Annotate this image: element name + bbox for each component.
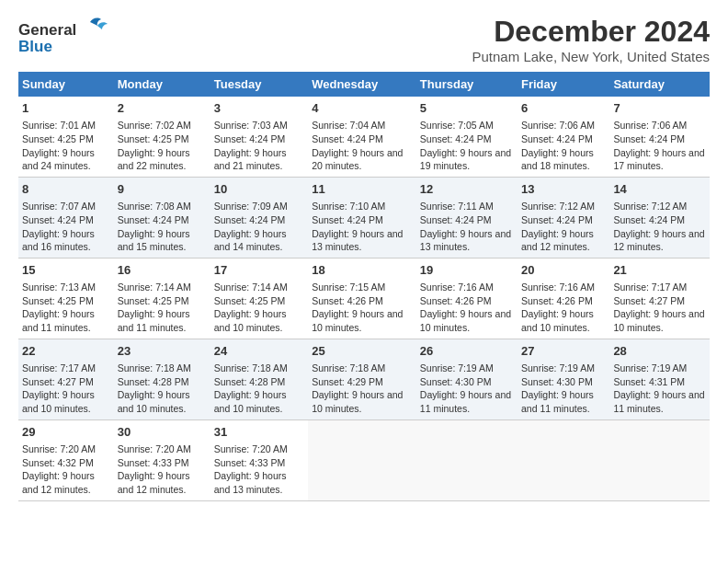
day-number: 27 [521,343,606,360]
empty-cell-w4-d3 [308,419,416,500]
sunset-label: Sunset: 4:26 PM [420,295,492,306]
daylight-label: Daylight: 9 hours and 11 minutes. [613,389,704,414]
day-number: 8 [22,181,110,198]
daylight-label: Daylight: 9 hours and 10 minutes. [312,308,403,333]
svg-text:General: General [18,21,76,39]
week-row-2: 8Sunrise: 7:07 AMSunset: 4:24 PMDaylight… [18,177,710,258]
day-number: 6 [521,100,606,117]
day-number: 5 [420,100,514,117]
day-number: 7 [613,100,706,117]
day-cell-21: 21Sunrise: 7:17 AMSunset: 4:27 PMDayligh… [609,258,710,339]
daylight-label: Daylight: 9 hours and 12 minutes. [118,470,190,495]
sunset-label: Sunset: 4:29 PM [312,376,383,387]
day-cell-28: 28Sunrise: 7:19 AMSunset: 4:31 PMDayligh… [609,339,710,419]
sunrise-label: Sunrise: 7:17 AM [22,362,96,373]
daylight-label: Daylight: 9 hours and 20 minutes. [312,147,403,172]
sunset-label: Sunset: 4:24 PM [420,214,492,225]
day-number: 4 [312,100,413,117]
daylight-label: Daylight: 9 hours and 13 minutes. [312,228,403,253]
sunset-label: Sunset: 4:33 PM [118,457,189,468]
day-number: 12 [420,181,514,198]
daylight-label: Daylight: 9 hours and 21 minutes. [214,147,287,172]
daylight-label: Daylight: 9 hours and 10 minutes. [214,389,287,414]
sunset-label: Sunset: 4:25 PM [118,295,189,306]
day-cell-26: 26Sunrise: 7:19 AMSunset: 4:30 PMDayligh… [416,339,518,419]
sunrise-label: Sunrise: 7:14 AM [214,282,288,293]
day-number: 11 [312,181,413,198]
day-cell-15: 15Sunrise: 7:13 AMSunset: 4:25 PMDayligh… [18,258,114,339]
daylight-label: Daylight: 9 hours and 17 minutes. [613,147,704,172]
day-number: 21 [613,262,706,279]
daylight-label: Daylight: 9 hours and 16 minutes. [22,228,95,253]
day-number: 3 [214,100,304,117]
daylight-label: Daylight: 9 hours and 11 minutes. [521,389,594,414]
sunrise-label: Sunrise: 7:08 AM [118,201,191,212]
sunrise-label: Sunrise: 7:06 AM [613,120,687,131]
sunrise-label: Sunrise: 7:18 AM [118,362,191,373]
col-monday: Monday [114,72,210,97]
day-number: 22 [22,343,110,360]
daylight-label: Daylight: 9 hours and 19 minutes. [420,147,511,172]
day-cell-7: 7Sunrise: 7:06 AMSunset: 4:24 PMDaylight… [609,97,710,177]
sunrise-label: Sunrise: 7:17 AM [613,282,687,293]
sunrise-label: Sunrise: 7:20 AM [214,443,288,454]
day-cell-17: 17Sunrise: 7:14 AMSunset: 4:25 PMDayligh… [210,258,308,339]
sunrise-label: Sunrise: 7:19 AM [420,362,494,373]
page-title: December 2024 [472,15,710,49]
day-cell-19: 19Sunrise: 7:16 AMSunset: 4:26 PMDayligh… [416,258,518,339]
col-sunday: Sunday [18,72,114,97]
week-row-4: 22Sunrise: 7:17 AMSunset: 4:27 PMDayligh… [18,339,710,419]
sunset-label: Sunset: 4:24 PM [521,133,593,144]
day-number: 26 [420,343,514,360]
day-number: 9 [118,181,207,198]
sunset-label: Sunset: 4:27 PM [22,376,94,387]
sunset-label: Sunset: 4:32 PM [22,457,94,468]
empty-cell-w4-d6 [609,419,710,500]
logo-svg: General Blue [18,15,115,61]
sunrise-label: Sunrise: 7:03 AM [214,120,288,131]
day-number: 29 [22,424,110,441]
day-cell-9: 9Sunrise: 7:08 AMSunset: 4:24 PMDaylight… [114,177,210,258]
day-number: 28 [613,343,706,360]
day-number: 31 [214,424,304,441]
day-number: 10 [214,181,304,198]
col-tuesday: Tuesday [210,72,308,97]
sunrise-label: Sunrise: 7:02 AM [118,120,191,131]
page-header: General Blue December 2024 Putnam Lake, … [18,15,710,64]
week-row-3: 15Sunrise: 7:13 AMSunset: 4:25 PMDayligh… [18,258,710,339]
day-number: 23 [118,343,207,360]
daylight-label: Daylight: 9 hours and 13 minutes. [420,228,511,253]
day-cell-8: 8Sunrise: 7:07 AMSunset: 4:24 PMDaylight… [18,177,114,258]
sunset-label: Sunset: 4:24 PM [214,133,286,144]
sunrise-label: Sunrise: 7:15 AM [312,282,385,293]
sunrise-label: Sunrise: 7:18 AM [312,362,385,373]
sunrise-label: Sunrise: 7:11 AM [420,201,494,212]
day-number: 2 [118,100,207,117]
daylight-label: Daylight: 9 hours and 10 minutes. [420,308,511,333]
day-number: 24 [214,343,304,360]
day-cell-13: 13Sunrise: 7:12 AMSunset: 4:24 PMDayligh… [518,177,609,258]
day-number: 18 [312,262,413,279]
sunset-label: Sunset: 4:24 PM [214,214,286,225]
day-cell-14: 14Sunrise: 7:12 AMSunset: 4:24 PMDayligh… [609,177,710,258]
sunset-label: Sunset: 4:24 PM [613,133,685,144]
sunset-label: Sunset: 4:24 PM [420,133,492,144]
sunrise-label: Sunrise: 7:20 AM [22,443,96,454]
week-row-1: 1Sunrise: 7:01 AMSunset: 4:25 PMDaylight… [18,97,710,177]
day-cell-29: 29Sunrise: 7:20 AMSunset: 4:32 PMDayligh… [18,419,114,500]
sunset-label: Sunset: 4:24 PM [118,214,189,225]
sunset-label: Sunset: 4:25 PM [22,295,94,306]
day-cell-10: 10Sunrise: 7:09 AMSunset: 4:24 PMDayligh… [210,177,308,258]
sunset-label: Sunset: 4:33 PM [214,457,286,468]
day-number: 19 [420,262,514,279]
sunset-label: Sunset: 4:25 PM [22,133,94,144]
empty-cell-w4-d5 [518,419,609,500]
sunset-label: Sunset: 4:28 PM [118,376,189,387]
day-cell-1: 1Sunrise: 7:01 AMSunset: 4:25 PMDaylight… [18,97,114,177]
day-cell-12: 12Sunrise: 7:11 AMSunset: 4:24 PMDayligh… [416,177,518,258]
sunrise-label: Sunrise: 7:10 AM [312,201,385,212]
day-number: 20 [521,262,606,279]
day-number: 30 [118,424,207,441]
sunrise-label: Sunrise: 7:07 AM [22,201,96,212]
day-number: 25 [312,343,413,360]
